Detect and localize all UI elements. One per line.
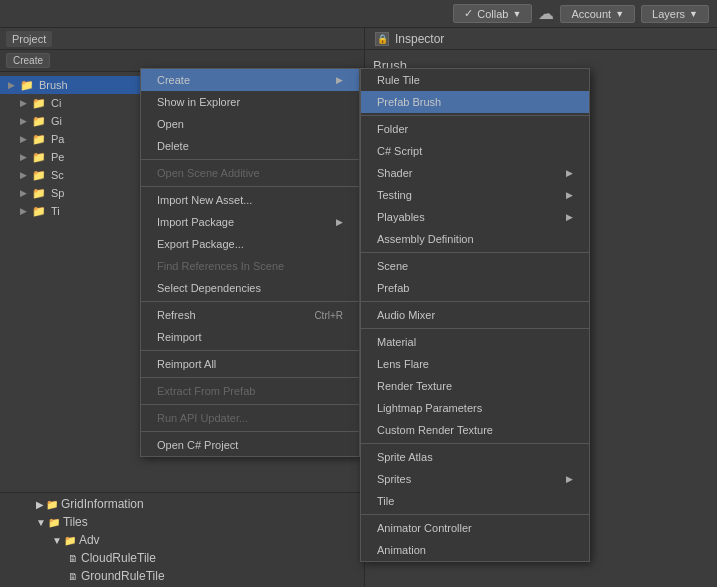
sub-animator-controller[interactable]: Animator Controller (361, 517, 589, 539)
ctx-create-arrow: ▶ (336, 75, 343, 85)
sub-testing[interactable]: Testing ▶ (361, 184, 589, 206)
ctx-sep5 (141, 377, 359, 378)
sub-sprite-atlas[interactable]: Sprite Atlas (361, 446, 589, 468)
folder-icon-sc: 📁 (32, 169, 48, 181)
tree-arrow-ti: ▶ (20, 206, 32, 216)
sub-assembly-definition[interactable]: Assembly Definition (361, 228, 589, 250)
tree-arrow-gi: ▶ (20, 116, 32, 126)
folder-icon-pe: 📁 (32, 151, 48, 163)
collab-check-icon: ✓ (464, 7, 473, 20)
sub-csharp-script[interactable]: C# Script (361, 140, 589, 162)
sub-render-texture[interactable]: Render Texture (361, 375, 589, 397)
tree-arrow-pe: ▶ (20, 152, 32, 162)
file-tiles-icon: 📁 (48, 517, 60, 528)
file-adv-arrow: ▼ (52, 535, 62, 546)
top-bar: ✓ Collab ▼ ☁ Account ▼ Layers ▼ (0, 0, 717, 28)
sub-sep1 (361, 115, 589, 116)
sub-animation[interactable]: Animation (361, 539, 589, 561)
file-tiles[interactable]: ▼ 📁 Tiles (0, 513, 364, 531)
project-tab[interactable]: Project (6, 31, 52, 47)
ctx-refresh[interactable]: Refresh Ctrl+R (141, 304, 359, 326)
inspector-title: Inspector (395, 32, 444, 46)
file-cloud-rule-tile[interactable]: 🗎 CloudRuleTile (0, 549, 364, 567)
sub-playables-arrow: ▶ (566, 212, 573, 222)
account-label: Account (571, 8, 611, 20)
folder-icon-pa: 📁 (32, 133, 48, 145)
sub-sep5 (361, 443, 589, 444)
ctx-find-references: Find References In Scene (141, 255, 359, 277)
ctx-sep7 (141, 431, 359, 432)
submenu-create: Rule Tile Prefab Brush Folder C# Script … (360, 68, 590, 562)
ctx-sep2 (141, 186, 359, 187)
folder-icon-brush: 📁 (20, 79, 36, 91)
collab-label: Collab (477, 8, 508, 20)
tree-arrow-pa: ▶ (20, 134, 32, 144)
sub-playables[interactable]: Playables ▶ (361, 206, 589, 228)
ctx-open[interactable]: Open (141, 113, 359, 135)
collab-button[interactable]: ✓ Collab ▼ (453, 4, 532, 23)
layers-label: Layers (652, 8, 685, 20)
sub-audio-mixer[interactable]: Audio Mixer (361, 304, 589, 326)
ctx-sep3 (141, 301, 359, 302)
ctx-open-csharp[interactable]: Open C# Project (141, 434, 359, 456)
ctx-open-scene-additive: Open Scene Additive (141, 162, 359, 184)
ctx-reimport-all[interactable]: Reimport All (141, 353, 359, 375)
ctx-delete[interactable]: Delete (141, 135, 359, 157)
sub-sep2 (361, 252, 589, 253)
cloud-icon: ☁ (538, 4, 554, 23)
ctx-refresh-shortcut: Ctrl+R (314, 310, 343, 321)
sub-scene[interactable]: Scene (361, 255, 589, 277)
ctx-extract-from-prefab: Extract From Prefab (141, 380, 359, 402)
file-adv-icon: 📁 (64, 535, 76, 546)
folder-icon-ci: 📁 (32, 97, 48, 109)
file-grid-arrow: ▶ (36, 499, 44, 510)
ctx-import-new-asset[interactable]: Import New Asset... (141, 189, 359, 211)
sub-sprites-arrow: ▶ (566, 474, 573, 484)
file-ground-icon: 🗎 (68, 571, 78, 582)
tree-arrow-sp: ▶ (20, 188, 32, 198)
sub-folder[interactable]: Folder (361, 118, 589, 140)
collab-arrow-icon: ▼ (512, 9, 521, 19)
ctx-reimport[interactable]: Reimport (141, 326, 359, 348)
create-button[interactable]: Create (6, 53, 50, 68)
file-grid-icon: 📁 (46, 499, 58, 510)
ctx-export-package[interactable]: Export Package... (141, 233, 359, 255)
sub-sep3 (361, 301, 589, 302)
folder-icon-gi: 📁 (32, 115, 48, 127)
sub-lens-flare[interactable]: Lens Flare (361, 353, 589, 375)
ctx-select-dependencies[interactable]: Select Dependencies (141, 277, 359, 299)
sub-custom-render-texture[interactable]: Custom Render Texture (361, 419, 589, 441)
file-grid-information[interactable]: ▶ 📁 GridInformation (0, 495, 364, 513)
ctx-create[interactable]: Create ▶ (141, 69, 359, 91)
tree-arrow-brush: ▶ (8, 80, 20, 90)
file-cloud-icon: 🗎 (68, 553, 78, 564)
sub-prefab[interactable]: Prefab (361, 277, 589, 299)
sub-lightmap-parameters[interactable]: Lightmap Parameters (361, 397, 589, 419)
sub-prefab-brush[interactable]: Prefab Brush (361, 91, 589, 113)
account-button[interactable]: Account ▼ (560, 5, 635, 23)
panel-header: Project (0, 28, 364, 50)
inspector-header: 🔒 Inspector (365, 28, 717, 50)
folder-icon-sp: 📁 (32, 187, 48, 199)
ctx-import-package[interactable]: Import Package ▶ (141, 211, 359, 233)
project-panel: Project Create ▶ 📁 Brush ▶ 📁 Ci ▶ 📁 Gi (0, 28, 365, 587)
tree-arrow-sc: ▶ (20, 170, 32, 180)
ctx-show-explorer[interactable]: Show in Explorer (141, 91, 359, 113)
account-arrow-icon: ▼ (615, 9, 624, 19)
ctx-run-api-updater: Run API Updater... (141, 407, 359, 429)
sub-shader[interactable]: Shader ▶ (361, 162, 589, 184)
file-adv[interactable]: ▼ 📁 Adv (0, 531, 364, 549)
sub-shader-arrow: ▶ (566, 168, 573, 178)
sub-material[interactable]: Material (361, 331, 589, 353)
inspector-lock-icon[interactable]: 🔒 (375, 32, 389, 46)
sub-rule-tile[interactable]: Rule Tile (361, 69, 589, 91)
sub-sprites[interactable]: Sprites ▶ (361, 468, 589, 490)
layers-arrow-icon: ▼ (689, 9, 698, 19)
file-ground-rule-tile[interactable]: 🗎 GroundRuleTile (0, 567, 364, 585)
ctx-sep6 (141, 404, 359, 405)
sub-tile[interactable]: Tile (361, 490, 589, 512)
layers-button[interactable]: Layers ▼ (641, 5, 709, 23)
sub-testing-arrow: ▶ (566, 190, 573, 200)
sub-sep6 (361, 514, 589, 515)
context-menu: Create ▶ Show in Explorer Open Delete Op… (140, 68, 360, 457)
